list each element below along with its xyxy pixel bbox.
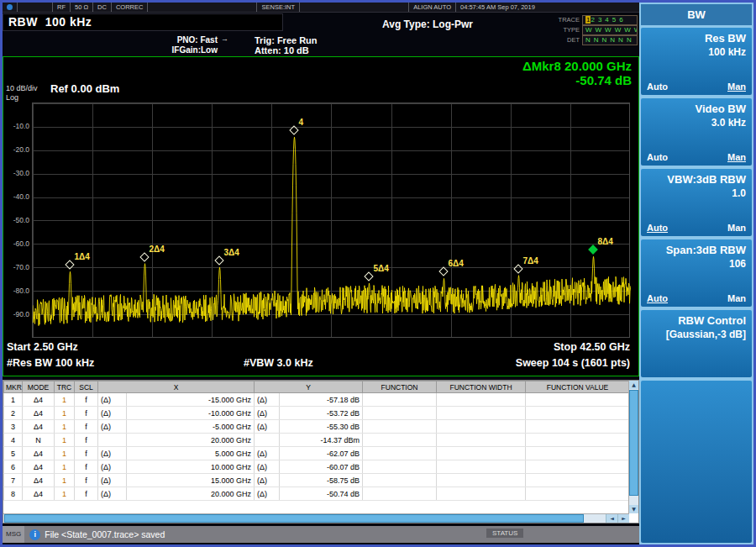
- cell-trc: 1: [55, 474, 75, 487]
- menu-title: BW: [641, 4, 752, 25]
- cell-x-pre: (Δ): [98, 460, 127, 474]
- marker-table-row: 3Δ41f(Δ)-5.000 GHz(Δ)-55.30 dB: [4, 420, 630, 434]
- softkey-man-option[interactable]: Man: [727, 223, 746, 233]
- status-rf: RF: [53, 3, 71, 12]
- cell-fv: [526, 434, 630, 447]
- status-label: STATUS: [486, 529, 523, 538]
- softkey-auto-option[interactable]: Auto: [647, 223, 668, 233]
- y-axis-label: -70.0: [3, 263, 29, 271]
- cell-x-val: 5.000 GHz: [127, 447, 255, 460]
- scale-type-label: Log: [6, 93, 18, 102]
- cell-trc: 1: [55, 487, 75, 501]
- status-correction: CORREC: [112, 3, 149, 12]
- cell-scl: f: [75, 474, 98, 487]
- cell-trc: 1: [55, 447, 75, 460]
- cell-mkr: 7: [4, 474, 23, 487]
- cell-x-pre: (Δ): [98, 474, 127, 487]
- cell-y-pre: (Δ): [255, 420, 280, 434]
- horizontal-scroll-thumb[interactable]: [4, 514, 584, 523]
- status-bar: MSG i File <State_0007.trace> saved STAT…: [3, 526, 639, 543]
- softkey-man-option[interactable]: Man: [727, 152, 746, 162]
- cell-x-val: 10.000 GHz: [127, 460, 255, 474]
- col-header-y: Y: [255, 381, 363, 393]
- sweep-label: Sweep 104 s (1601 pts): [516, 357, 630, 369]
- cell-func: [363, 487, 437, 501]
- cell-mkr: 6: [4, 460, 23, 474]
- trace-label: TRACE: [552, 16, 582, 24]
- pno-annotation: PNO: Fast: [159, 35, 218, 45]
- status-spacer: [18, 3, 53, 12]
- cell-y-val: -58.75 dB: [280, 474, 363, 487]
- scroll-right-icon[interactable]: ►: [617, 514, 629, 523]
- softkey-span-rbw-ratio[interactable]: Span:3dB RBW 106 Auto Man: [641, 239, 752, 307]
- horizontal-scrollbar[interactable]: ◄ ►: [3, 513, 629, 523]
- cell-x-pre: (Δ): [98, 420, 127, 434]
- softkey-vbw-rbw-ratio[interactable]: VBW:3dB RBW 1.0 Auto Man: [641, 169, 752, 236]
- cell-func: [363, 460, 437, 474]
- cell-x-pre: (Δ): [98, 487, 127, 501]
- softkey-man-option[interactable]: Man: [727, 82, 746, 92]
- cell-mode: Δ4: [23, 460, 55, 474]
- softkey-auto-option[interactable]: Auto: [647, 152, 668, 162]
- softkey-title: Res BW: [647, 32, 746, 45]
- marker-table-header: MKR MODE TRC SCL X Y FUNCTION FUNCTION W…: [4, 381, 630, 393]
- softkey-auto-option[interactable]: Auto: [647, 293, 668, 303]
- vbw-label: #VBW 3.0 kHz: [244, 357, 313, 369]
- scroll-up-icon[interactable]: ▲: [629, 381, 638, 389]
- status-datetime: 04:57:45 AM Sep 07, 2019: [456, 3, 639, 12]
- ref-level-label: Ref 0.00 dBm: [50, 82, 119, 95]
- cell-fv: [526, 393, 630, 407]
- main-area: RF 50 Ω DC CORREC SENSE:INT ALIGN AUTO 0…: [3, 3, 639, 544]
- cell-y-pre: (Δ): [255, 393, 280, 407]
- other-trace-numbers: 23456: [591, 16, 626, 24]
- softkey-value: 1.0: [647, 187, 746, 199]
- cell-x-val: -15.000 GHz: [127, 393, 255, 407]
- marker-label: 3Δ4: [224, 248, 239, 257]
- cell-y-val: -57.18 dB: [280, 393, 363, 407]
- scroll-left-icon[interactable]: ◄: [606, 514, 617, 523]
- marker-table-row: 5Δ41f(Δ)5.000 GHz(Δ)-62.07 dB: [4, 447, 630, 460]
- delta-marker-readout: ΔMkr8 20.000 GHz -50.74 dB: [522, 59, 632, 87]
- marker-table-panel: MKR MODE TRC SCL X Y FUNCTION FUNCTION W…: [3, 380, 639, 523]
- softkey-video-bw[interactable]: Video BW 3.0 kHz Auto Man: [641, 98, 752, 166]
- message-info-icon: i: [29, 529, 40, 540]
- marker-diamond-icon: [588, 245, 597, 255]
- pno-arrow-icon: →: [221, 34, 228, 43]
- vertical-scrollbar[interactable]: ▲ ▼: [628, 381, 638, 513]
- cell-scl: f: [75, 460, 98, 474]
- cell-mkr: 1: [4, 393, 23, 407]
- softkey-menu: BW Res BW 100 kHz Auto Man Video BW 3.0 …: [639, 3, 753, 544]
- softkey-man-option[interactable]: Man: [727, 293, 746, 303]
- marker-readout-amp: -50.74 dB: [522, 73, 632, 87]
- col-header-function: FUNCTION: [363, 381, 437, 393]
- status-impedance: 50 Ω: [71, 3, 93, 12]
- y-axis-label: -80.0: [3, 287, 29, 295]
- cell-mode: Δ4: [23, 420, 55, 434]
- top-status-bar: RF 50 Ω DC CORREC SENSE:INT ALIGN AUTO 0…: [3, 3, 639, 13]
- softkey-auto-option[interactable]: Auto: [647, 82, 668, 92]
- cell-trc: 1: [55, 407, 75, 420]
- cell-fv: [526, 474, 630, 487]
- cell-fv: [526, 447, 630, 460]
- softkey-blank-area: [641, 381, 752, 543]
- cell-fw: [437, 487, 526, 501]
- scroll-down-icon[interactable]: ▼: [629, 505, 638, 513]
- cell-scl: f: [75, 434, 98, 447]
- status-message: File <State_0007.trace> saved: [45, 529, 165, 539]
- vertical-scroll-thumb[interactable]: [629, 390, 638, 496]
- cell-y-pre: [255, 434, 280, 447]
- cell-trc: 1: [55, 434, 75, 447]
- col-header-trc: TRC: [55, 381, 75, 393]
- marker-label: 2Δ4: [150, 245, 165, 254]
- softkey-rbw-control[interactable]: RBW Control [Gaussian,-3 dB]: [641, 310, 752, 377]
- cell-mkr: 8: [4, 487, 23, 501]
- cell-x-val: 20.000 GHz: [127, 487, 255, 501]
- cell-mode: Δ4: [23, 487, 55, 501]
- cell-mkr: 5: [4, 447, 23, 460]
- cell-fw: [437, 407, 526, 420]
- softkey-res-bw[interactable]: Res BW 100 kHz Auto Man: [641, 28, 752, 95]
- ifgain-annotation: IFGain:Low: [159, 45, 218, 55]
- status-spacer: [300, 3, 409, 12]
- cell-fw: [437, 420, 526, 434]
- y-axis-label: -40.0: [3, 192, 29, 201]
